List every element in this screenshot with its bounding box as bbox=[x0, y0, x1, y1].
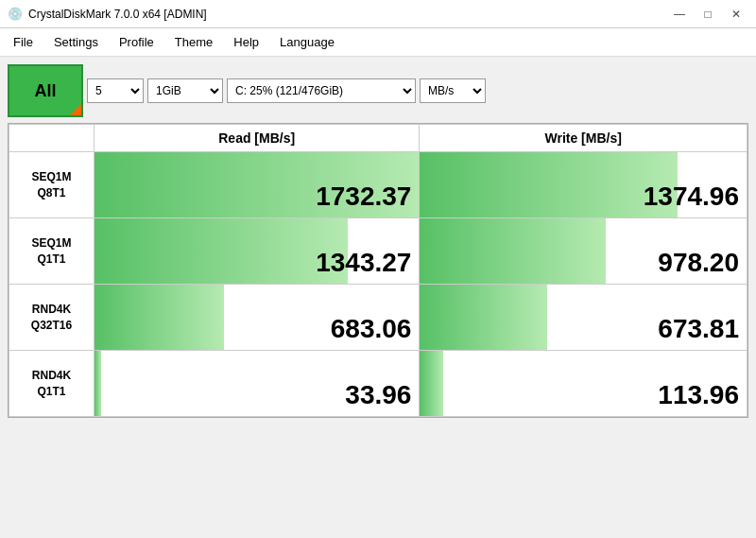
write-cell-rnd4k-q32t16: 673.81 bbox=[420, 285, 747, 351]
menu-item-profile[interactable]: Profile bbox=[110, 31, 163, 53]
test-label-seq1m-q8t1: SEQ1MQ8T1 bbox=[9, 152, 94, 218]
menu-item-help[interactable]: Help bbox=[224, 31, 268, 53]
close-button[interactable]: ✕ bbox=[724, 5, 748, 24]
menu-bar: FileSettingsProfileThemeHelpLanguage bbox=[0, 28, 756, 57]
controls-row: All 1359 256MiB512MiB1GiB2GiB4GiB8GiB16G… bbox=[8, 64, 748, 117]
all-button[interactable]: All bbox=[8, 64, 83, 117]
read-cell-seq1m-q8t1: 1732.37 bbox=[94, 152, 420, 218]
window-title: CrystalDiskMark 7.0.0 x64 [ADMIN] bbox=[28, 8, 207, 21]
minimize-button[interactable]: — bbox=[667, 5, 692, 24]
results-table: Read [MB/s] Write [MB/s] SEQ1MQ8T11732.3… bbox=[9, 124, 747, 417]
title-bar-left: 💿 CrystalDiskMark 7.0.0 x64 [ADMIN] bbox=[8, 7, 207, 22]
menu-item-file[interactable]: File bbox=[4, 31, 43, 53]
title-bar: 💿 CrystalDiskMark 7.0.0 x64 [ADMIN] — □ … bbox=[0, 0, 756, 28]
read-value-seq1m-q8t1: 1732.37 bbox=[316, 182, 411, 212]
read-value-seq1m-q1t1: 1343.27 bbox=[316, 248, 411, 278]
test-label-rnd4k-q1t1: RND4KQ1T1 bbox=[9, 351, 94, 417]
test-label-seq1m-q1t1: SEQ1MQ1T1 bbox=[9, 218, 94, 285]
write-cell-rnd4k-q1t1: 113.96 bbox=[420, 351, 747, 417]
menu-item-language[interactable]: Language bbox=[270, 31, 344, 53]
read-cell-seq1m-q1t1: 1343.27 bbox=[94, 218, 420, 285]
unit-select[interactable]: MB/sGB/sIOPSμs bbox=[420, 78, 486, 103]
header-label-cell bbox=[9, 125, 94, 152]
table-row: SEQ1MQ8T11732.371374.96 bbox=[9, 152, 747, 218]
table-header-row: Read [MB/s] Write [MB/s] bbox=[9, 125, 747, 152]
drive-select[interactable]: C: 25% (121/476GiB) bbox=[227, 78, 416, 103]
passes-select[interactable]: 1359 bbox=[87, 78, 144, 103]
app-icon: 💿 bbox=[8, 7, 23, 22]
write-header: Write [MB/s] bbox=[420, 125, 747, 152]
restore-button[interactable]: □ bbox=[696, 5, 720, 24]
results-table-wrapper: Read [MB/s] Write [MB/s] SEQ1MQ8T11732.3… bbox=[8, 123, 748, 418]
write-cell-seq1m-q1t1: 978.20 bbox=[420, 218, 747, 285]
read-cell-rnd4k-q1t1: 33.96 bbox=[94, 351, 420, 417]
write-value-seq1m-q8t1: 1374.96 bbox=[644, 182, 739, 212]
write-cell-seq1m-q8t1: 1374.96 bbox=[420, 152, 747, 218]
menu-item-theme[interactable]: Theme bbox=[165, 31, 222, 53]
test-label-rnd4k-q32t16: RND4KQ32T16 bbox=[9, 285, 94, 351]
read-header: Read [MB/s] bbox=[94, 125, 420, 152]
table-row: RND4KQ1T133.96113.96 bbox=[9, 351, 747, 417]
read-value-rnd4k-q1t1: 33.96 bbox=[345, 380, 411, 410]
main-content: All 1359 256MiB512MiB1GiB2GiB4GiB8GiB16G… bbox=[0, 57, 756, 425]
write-value-seq1m-q1t1: 978.20 bbox=[658, 248, 739, 278]
menu-item-settings[interactable]: Settings bbox=[44, 31, 108, 53]
table-row: SEQ1MQ1T11343.27978.20 bbox=[9, 218, 747, 285]
write-value-rnd4k-q1t1: 113.96 bbox=[658, 380, 739, 410]
title-bar-controls: — □ ✕ bbox=[667, 5, 748, 24]
read-value-rnd4k-q32t16: 683.06 bbox=[331, 314, 412, 344]
read-cell-rnd4k-q32t16: 683.06 bbox=[94, 285, 420, 351]
size-select[interactable]: 256MiB512MiB1GiB2GiB4GiB8GiB16GiB32GiB64… bbox=[147, 78, 223, 103]
table-row: RND4KQ32T16683.06673.81 bbox=[9, 285, 747, 351]
write-value-rnd4k-q32t16: 673.81 bbox=[658, 314, 739, 344]
